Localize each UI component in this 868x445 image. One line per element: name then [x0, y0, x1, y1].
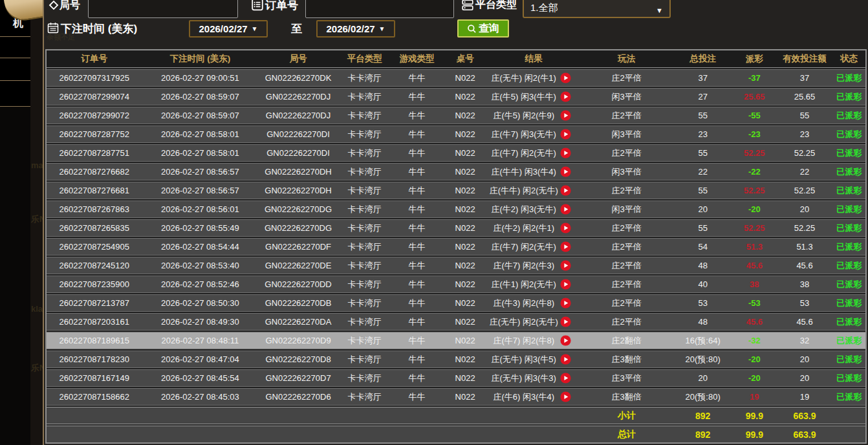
order-number-input[interactable]	[305, 0, 454, 18]
table-row[interactable]: 260227087254905 2026-02-27 08:54:44 GN02…	[47, 238, 865, 255]
table-row[interactable]: 260227087167149 2026-02-27 08:45:54 GN02…	[47, 369, 865, 387]
cell-payout: 38	[732, 276, 776, 292]
cell-round: GN022262270D9	[258, 332, 338, 349]
subtotal-row: 小计 892 99.9 663.9	[47, 407, 865, 424]
cell-result: 庄(牛7) 闲2(无牛)	[488, 147, 560, 159]
cell-game: 牛牛	[391, 89, 443, 105]
replay-play-icon[interactable]	[560, 185, 571, 196]
table-row[interactable]: 260227087213787 2026-02-27 08:50:30 GN02…	[47, 294, 865, 312]
cell-table-no: N022	[442, 276, 488, 292]
table-row[interactable]: 260227087299074 2026-02-27 08:59:07 GN02…	[47, 88, 865, 105]
round-number-input[interactable]	[88, 0, 238, 18]
col-header-payout: 派彩	[732, 50, 776, 67]
cell-status: 已派彩	[833, 220, 865, 236]
cell-time: 2026-02-27 08:53:40	[142, 257, 258, 274]
cell-time: 2026-02-27 08:47:04	[142, 351, 258, 367]
cell-status: 已派彩	[833, 295, 865, 311]
cell-status: 已派彩	[833, 370, 865, 386]
cell-round: GN022262270DI	[258, 126, 338, 142]
query-button[interactable]: 查询	[457, 19, 509, 38]
replay-play-icon[interactable]	[560, 222, 571, 233]
chevron-down-icon: ▼	[252, 25, 258, 32]
cell-time: 2026-02-27 08:54:44	[142, 239, 258, 255]
replay-play-icon[interactable]	[560, 373, 571, 384]
cell-order: 260227087287751	[47, 145, 142, 161]
col-header-status: 状态	[833, 50, 865, 67]
replay-play-icon[interactable]	[560, 147, 571, 158]
cell-order: 260227087158662	[47, 389, 142, 405]
replay-play-icon[interactable]	[560, 72, 571, 83]
table-row[interactable]: 260227087158662 2026-02-27 08:45:03 GN02…	[47, 388, 865, 406]
replay-play-icon[interactable]	[560, 204, 571, 215]
cell-payout: -20	[732, 351, 776, 367]
replay-play-icon[interactable]	[560, 91, 571, 102]
cell-total: 37	[673, 70, 733, 86]
cell-game: 牛牛	[391, 220, 443, 236]
bet-history-panel: 余额不足 局号 订单号 平台类型 1.全部 ▼	[43, 0, 868, 445]
table-row[interactable]: 260227087276682 2026-02-27 08:56:57 GN02…	[47, 163, 865, 180]
table-row[interactable]: 260227087276681 2026-02-27 08:56:57 GN02…	[47, 182, 865, 199]
cell-payout: -23	[732, 126, 776, 142]
replay-play-icon[interactable]	[560, 335, 571, 346]
backdrop-gap: manda 乐N73 klaus 乐N0	[30, 0, 43, 445]
replay-play-icon[interactable]	[560, 110, 571, 121]
date-from-select[interactable]: 2026/02/27 ▼	[189, 20, 268, 38]
table-row[interactable]: 260227087178230 2026-02-27 08:47:04 GN02…	[47, 351, 865, 368]
cell-valid: 52.25	[776, 182, 833, 199]
cell-platform: 卡卡湾厅	[338, 201, 391, 217]
cell-platform: 卡卡湾厅	[338, 70, 391, 86]
cell-total: 54	[673, 239, 733, 255]
replay-play-icon[interactable]	[560, 316, 571, 327]
table-row[interactable]: 260227087287751 2026-02-27 08:58:01 GN02…	[47, 144, 865, 162]
cell-time: 2026-02-27 08:45:03	[142, 389, 258, 405]
replay-play-icon[interactable]	[560, 354, 571, 365]
table-row[interactable]: 260227087265835 2026-02-27 08:55:49 GN02…	[47, 219, 865, 237]
table-row[interactable]: 260227087267863 2026-02-27 08:56:01 GN02…	[47, 201, 865, 218]
cell-time: 2026-02-27 08:59:07	[142, 107, 258, 124]
replay-play-icon[interactable]	[560, 391, 571, 402]
cell-round: GN022262270DH	[258, 182, 338, 199]
cell-total: 16(预:64)	[673, 332, 733, 349]
table-row[interactable]: 260227087287752 2026-02-27 08:58:01 GN02…	[47, 125, 865, 143]
cell-wanfa: 庄2平倍	[580, 239, 673, 255]
col-header-result: 结果	[488, 50, 580, 67]
replay-play-icon[interactable]	[560, 279, 571, 290]
cell-result: 庄(牛5) 闲3(牛牛)	[488, 91, 560, 103]
sidebar-menu-block	[0, 81, 30, 107]
replay-play-icon[interactable]	[560, 241, 571, 252]
col-header-valid: 有效投注额	[776, 50, 833, 67]
platform-type-select[interactable]: 1.全部 ▼	[523, 0, 671, 18]
table-row[interactable]: 260227087299072 2026-02-27 08:59:07 GN02…	[47, 107, 865, 124]
cell-status: 已派彩	[833, 89, 865, 105]
cell-order: 260227087276682	[47, 164, 142, 180]
replay-play-icon[interactable]	[560, 166, 571, 177]
cell-status: 已派彩	[833, 145, 865, 161]
table-row[interactable]: 260227087203161 2026-02-27 08:49:30 GN02…	[47, 313, 865, 331]
cell-round: GN022262270DG	[258, 220, 338, 236]
replay-play-icon[interactable]	[560, 129, 571, 140]
cell-payout: -20	[732, 201, 776, 217]
cell-time: 2026-02-27 08:52:46	[142, 276, 258, 292]
table-row[interactable]: 260227087235900 2026-02-27 08:52:46 GN02…	[47, 276, 865, 293]
table-body: 260227097317925 2026-02-27 09:00:51 GN02…	[47, 69, 865, 406]
cell-order: 260227087276681	[47, 182, 142, 199]
cell-order: 260227087189615	[47, 332, 142, 349]
date-to-select[interactable]: 2026/02/27 ▼	[316, 20, 395, 38]
cell-game: 牛牛	[391, 70, 443, 86]
cell-valid: 20	[776, 201, 833, 217]
cell-order: 260227087265835	[47, 220, 142, 236]
cell-time: 2026-02-27 08:58:01	[142, 126, 258, 142]
replay-play-icon[interactable]	[560, 260, 571, 271]
cell-game: 牛牛	[391, 126, 443, 142]
cell-table-no: N022	[442, 257, 488, 274]
table-row[interactable]: 260227087245120 2026-02-27 08:53:40 GN02…	[47, 257, 865, 274]
cell-game: 牛牛	[391, 145, 443, 161]
cell-game: 牛牛	[391, 295, 443, 311]
table-row[interactable]: 260227097317925 2026-02-27 09:00:51 GN02…	[47, 69, 865, 87]
cell-platform: 卡卡湾厅	[338, 370, 391, 386]
cell-round: GN022262270DK	[258, 70, 338, 86]
cell-platform: 卡卡湾厅	[338, 351, 391, 367]
replay-play-icon[interactable]	[560, 298, 571, 309]
table-row[interactable]: 260227087189615 2026-02-27 08:48:11 GN02…	[47, 332, 865, 349]
cell-valid: 38	[776, 276, 833, 292]
